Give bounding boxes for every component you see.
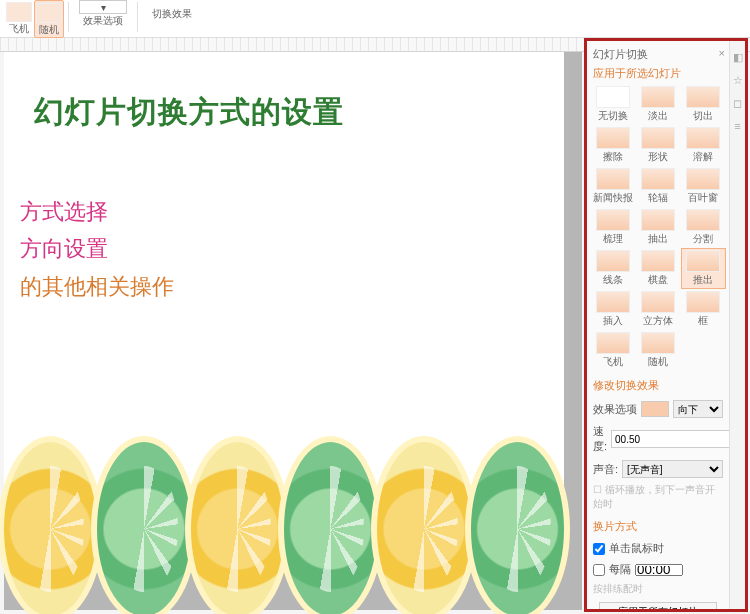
transition-溶解[interactable]: 溶解 (682, 126, 725, 165)
ribbon-transition-random[interactable]: 随机 (34, 0, 64, 38)
ribbon-transition-effect[interactable]: 切换效果 (142, 0, 202, 28)
transition-label: 抽出 (648, 232, 668, 246)
transition-飞机[interactable]: 飞机 (591, 331, 634, 370)
transition-label: 擦除 (603, 150, 623, 164)
transition-百叶窗[interactable]: 百叶窗 (682, 167, 725, 206)
transition-label: 切出 (693, 109, 713, 123)
ribbon-transition-plane[interactable]: 飞机 (4, 0, 34, 36)
on-click-checkbox[interactable] (593, 543, 605, 555)
loop-sound-label: 循环播放，到下一声音开始时 (593, 484, 715, 509)
every-label: 每隔 (609, 562, 631, 577)
apply-heading: 应用于所选幻灯片 (591, 64, 725, 85)
transition-新闻快报[interactable]: 新闻快报 (591, 167, 634, 206)
slide-body: 方式选择 方向设置 的其他相关操作 (4, 133, 564, 305)
effect-options-swatch[interactable] (641, 401, 669, 417)
panel-close-icon[interactable]: × (719, 47, 725, 62)
effect-options-select[interactable]: 向下 (673, 400, 723, 418)
transition-label: 溶解 (693, 150, 713, 164)
transition-label: 百叶窗 (688, 191, 718, 205)
modify-heading: 修改切换效果 (593, 378, 725, 393)
sound-select[interactable]: [无声音] (622, 460, 723, 478)
transition-label: 轮辐 (648, 191, 668, 205)
transition-label: 框 (698, 314, 708, 328)
transition-立方体[interactable]: 立方体 (636, 290, 679, 329)
slide-title: 幻灯片切换方式的设置 (4, 52, 564, 133)
transition-轮辐[interactable]: 轮辐 (636, 167, 679, 206)
transition-label: 新闻快报 (593, 191, 633, 205)
transition-label: 线条 (603, 273, 623, 287)
vertical-toolbar: ◧ ☆ ◻ ≡ (729, 41, 745, 609)
every-input[interactable] (635, 564, 683, 576)
every-checkbox[interactable] (593, 564, 605, 576)
on-click-label: 单击鼠标时 (609, 541, 664, 556)
transition-切出[interactable]: 切出 (682, 85, 725, 124)
effect-options-label: 效果选项 (593, 402, 637, 417)
advance-heading: 换片方式 (593, 519, 725, 534)
transition-label: 插入 (603, 314, 623, 328)
slide-stage: 幻灯片切换方式的设置 方式选择 方向设置 的其他相关操作 (4, 52, 582, 610)
slide-line-3: 的其他相关操作 (20, 268, 564, 305)
transition-分割[interactable]: 分割 (682, 208, 725, 247)
transition-label: 棋盘 (648, 273, 668, 287)
speed-input[interactable] (611, 430, 729, 448)
vt-icon[interactable]: ◧ (733, 51, 743, 64)
transition-task-pane: 幻灯片切换 × 应用于所选幻灯片 无切换淡出切出擦除形状溶解新闻快报轮辐百叶窗梳… (584, 38, 748, 612)
vt-icon[interactable]: ☆ (733, 74, 743, 87)
slide-line-1: 方式选择 (20, 193, 564, 230)
speed-label: 速度: (593, 424, 607, 454)
slide-decoration (4, 432, 564, 572)
rehearse-label: 按排练配时 (593, 582, 723, 596)
transition-框[interactable]: 框 (682, 290, 725, 329)
transition-label: 推出 (693, 273, 713, 287)
apply-all-button[interactable]: 应用于所有幻灯片 (599, 602, 717, 609)
transition-抽出[interactable]: 抽出 (636, 208, 679, 247)
transition-插入[interactable]: 插入 (591, 290, 634, 329)
transition-梳理[interactable]: 梳理 (591, 208, 634, 247)
transition-label: 无切换 (598, 109, 628, 123)
vt-icon[interactable]: ◻ (733, 97, 742, 110)
transition-线条[interactable]: 线条 (591, 249, 634, 288)
transition-label: 立方体 (643, 314, 673, 328)
transition-label: 飞机 (603, 355, 623, 369)
panel-title: 幻灯片切换 (593, 47, 648, 62)
vt-icon[interactable]: ≡ (734, 120, 740, 132)
transition-随机[interactable]: 随机 (636, 331, 679, 370)
transition-label: 随机 (648, 355, 668, 369)
transition-棋盘[interactable]: 棋盘 (636, 249, 679, 288)
slide-line-2: 方向设置 (20, 230, 564, 267)
transition-label: 形状 (648, 150, 668, 164)
sound-label: 声音: (593, 462, 618, 477)
ribbon-effect-options[interactable]: ▾ 效果选项 (73, 0, 133, 28)
transition-淡出[interactable]: 淡出 (636, 85, 679, 124)
transition-推出[interactable]: 推出 (682, 249, 725, 288)
transition-无切换[interactable]: 无切换 (591, 85, 634, 124)
transition-形状[interactable]: 形状 (636, 126, 679, 165)
transition-擦除[interactable]: 擦除 (591, 126, 634, 165)
transition-label: 分割 (693, 232, 713, 246)
transition-grid: 无切换淡出切出擦除形状溶解新闻快报轮辐百叶窗梳理抽出分割线条棋盘推出插入立方体框… (591, 85, 725, 370)
ribbon: 飞机 随机 ▾ 效果选项 切换效果 (0, 0, 750, 38)
transition-label: 淡出 (648, 109, 668, 123)
slide-canvas[interactable]: 幻灯片切换方式的设置 方式选择 方向设置 的其他相关操作 (4, 52, 564, 572)
transition-label: 梳理 (603, 232, 623, 246)
